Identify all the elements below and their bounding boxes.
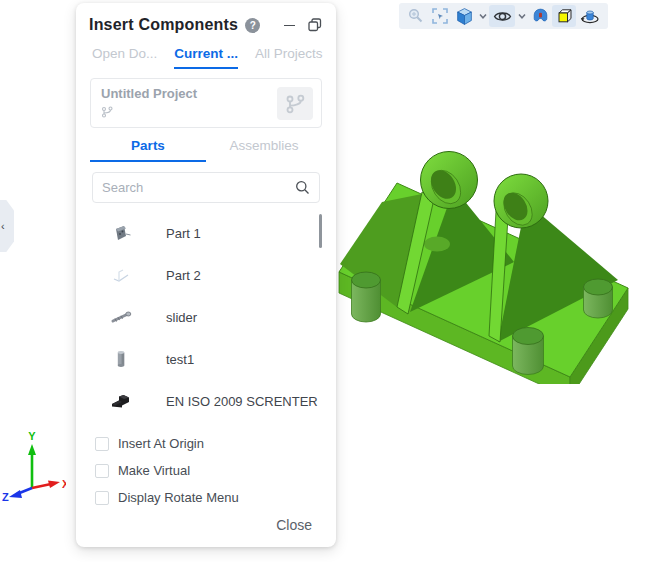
rotate-view-button[interactable] bbox=[576, 5, 603, 27]
list-item-part1[interactable]: Part 1 bbox=[92, 212, 328, 254]
shaded-cube-icon bbox=[555, 7, 573, 25]
make-virtual-checkbox[interactable] bbox=[95, 464, 109, 478]
visibility-button[interactable] bbox=[489, 5, 515, 27]
component-type-tabs: Parts Assemblies bbox=[90, 138, 322, 162]
screnter-thumbnail-icon bbox=[108, 390, 134, 412]
search-input[interactable] bbox=[102, 180, 295, 195]
eye-icon bbox=[493, 7, 512, 26]
viewport-3d-model[interactable] bbox=[336, 142, 638, 384]
app-canvas: ‹ bbox=[0, 0, 648, 562]
insert-components-dialog: Insert Components ? Open Do... Current .… bbox=[76, 3, 336, 547]
stereo-view-button[interactable] bbox=[528, 5, 552, 27]
project-card[interactable]: Untitled Project bbox=[90, 78, 322, 128]
chevron-down-icon bbox=[517, 7, 527, 25]
rotate-turntable-icon bbox=[580, 7, 600, 26]
part-name: EN ISO 2009 SCRENTER bbox=[166, 394, 318, 409]
part-name: Part 1 bbox=[166, 226, 201, 241]
dialog-title: Insert Components bbox=[89, 16, 238, 34]
test1-thumbnail-icon bbox=[108, 348, 134, 370]
tab-assemblies[interactable]: Assemblies bbox=[206, 138, 322, 162]
restore-window-button[interactable] bbox=[308, 18, 322, 32]
tab-parts[interactable]: Parts bbox=[90, 138, 206, 162]
orientation-triad: Y X Z bbox=[2, 428, 66, 502]
visibility-dropdown[interactable] bbox=[515, 5, 528, 27]
triad-y-axis: Y bbox=[28, 430, 36, 488]
list-item-test1[interactable]: test1 bbox=[92, 338, 328, 380]
zoom-in-icon bbox=[407, 7, 425, 25]
option-make-virtual: Make Virtual bbox=[95, 457, 336, 484]
tab-current-document[interactable]: Current ... bbox=[174, 46, 238, 69]
display-rotate-menu-checkbox[interactable] bbox=[95, 491, 109, 505]
triad-x-label: X bbox=[62, 478, 66, 490]
part-name: Part 2 bbox=[166, 268, 201, 283]
bracket-part bbox=[339, 152, 628, 385]
list-scrollbar[interactable] bbox=[319, 214, 322, 248]
stereo-view-icon bbox=[531, 7, 550, 26]
triad-z-label: Z bbox=[2, 491, 9, 502]
list-item-part2[interactable]: Part 2 bbox=[92, 254, 328, 296]
window-controls bbox=[284, 18, 322, 32]
zoom-in-button[interactable] bbox=[404, 5, 428, 27]
sidebar-collapse-handle[interactable]: ‹ bbox=[0, 200, 14, 252]
dialog-header: Insert Components ? bbox=[76, 3, 336, 38]
parts-list: Part 1 Part 2 bbox=[92, 212, 328, 424]
zoom-window-icon bbox=[431, 7, 449, 25]
part-name: slider bbox=[166, 310, 197, 325]
document-tabs: Open Do... Current ... All Projects bbox=[76, 38, 336, 69]
tab-open-documents[interactable]: Open Do... bbox=[92, 46, 157, 69]
insert-options: Insert At Origin Make Virtual Display Ro… bbox=[95, 430, 336, 511]
part1-thumbnail-icon bbox=[108, 222, 134, 244]
close-button[interactable]: Close bbox=[276, 517, 312, 533]
search-icon[interactable] bbox=[295, 180, 310, 195]
branch-version-button[interactable] bbox=[277, 87, 313, 120]
zoom-window-button[interactable] bbox=[428, 5, 452, 27]
chevron-left-icon: ‹ bbox=[1, 220, 5, 232]
list-item-slider[interactable]: slider bbox=[92, 296, 328, 338]
triad-y-label: Y bbox=[28, 430, 36, 442]
slider-thumbnail-icon bbox=[108, 306, 134, 328]
option-label: Display Rotate Menu bbox=[118, 490, 239, 505]
minimize-button[interactable] bbox=[284, 19, 295, 31]
part-name: test1 bbox=[166, 352, 194, 367]
insert-at-origin-checkbox[interactable] bbox=[95, 437, 109, 451]
triad-z-axis: Z bbox=[2, 488, 32, 502]
view-toolbar bbox=[399, 3, 608, 29]
chevron-down-icon bbox=[478, 7, 488, 25]
part2-thumbnail-icon bbox=[108, 264, 134, 286]
option-display-rotate-menu: Display Rotate Menu bbox=[95, 484, 336, 511]
option-label: Insert At Origin bbox=[118, 436, 204, 451]
help-icon[interactable]: ? bbox=[245, 18, 260, 33]
option-label: Make Virtual bbox=[118, 463, 190, 478]
triad-x-axis: X bbox=[32, 478, 66, 490]
option-insert-at-origin: Insert At Origin bbox=[95, 430, 336, 457]
shaded-view-button[interactable] bbox=[552, 5, 576, 27]
tab-all-projects[interactable]: All Projects bbox=[255, 46, 323, 69]
branch-icon bbox=[285, 94, 305, 114]
view-cube-icon bbox=[455, 7, 474, 26]
view-orientation-button[interactable] bbox=[452, 5, 476, 27]
list-item-screnter[interactable]: EN ISO 2009 SCRENTER bbox=[92, 380, 328, 422]
search-box bbox=[92, 172, 320, 203]
view-orientation-dropdown[interactable] bbox=[476, 5, 489, 27]
